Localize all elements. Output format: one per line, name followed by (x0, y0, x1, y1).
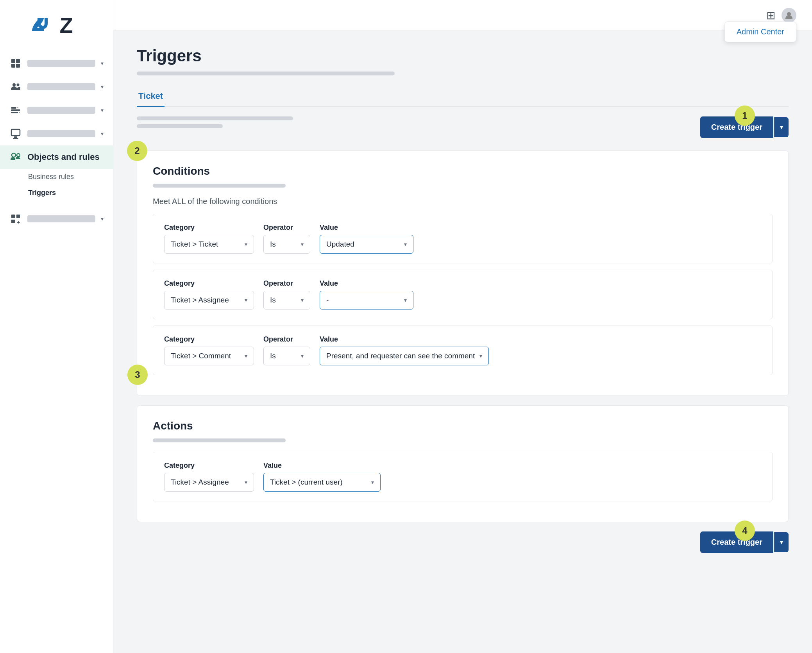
svg-point-5 (13, 83, 16, 86)
condition-row-2-category-select[interactable]: Ticket > Assignee ▾ (164, 291, 254, 310)
chevron-down-icon: ▾ (479, 353, 482, 359)
condition-row-1-value-select[interactable]: Updated ▾ (320, 235, 413, 254)
condition-row-1-category-group: Category Ticket > Ticket ▾ (164, 224, 254, 254)
header: ⊞ Admin Center (113, 0, 812, 31)
chevron-down-icon: ▾ (245, 241, 247, 247)
conditions-bar (153, 184, 286, 188)
condition-row-1-operator-label: Operator (263, 224, 310, 232)
create-trigger-dropdown-button[interactable]: ▾ (774, 117, 789, 137)
zendesk-logo: Z (28, 15, 84, 36)
chevron-down-icon: ▾ (371, 479, 374, 485)
svg-rect-17 (11, 215, 15, 218)
sidebar-item-apps[interactable]: ▾ (0, 207, 113, 231)
condition-row-1-value-group: Value Updated ▾ (320, 224, 413, 254)
sidebar-item-objects-rules[interactable]: Objects and rules (0, 145, 113, 169)
logo-container: Z (0, 8, 113, 48)
chevron-down-icon: ▾ (404, 297, 407, 303)
action-row-1-category-select[interactable]: Ticket > Assignee ▾ (164, 473, 254, 492)
condition-row-3-category-select[interactable]: Ticket > Comment ▾ (164, 347, 254, 365)
bottom-create-trigger-wrapper: 4 Create trigger ▾ (700, 531, 789, 553)
condition-row-3-category-group: Category Ticket > Comment ▾ (164, 335, 254, 365)
condition-row-1-category-select[interactable]: Ticket > Ticket ▾ (164, 235, 254, 254)
condition-row-2-value-select[interactable]: - ▾ (320, 291, 413, 310)
actions-title: Actions (153, 420, 773, 432)
action-row-1-value-group: Value Ticket > (current user) ▾ (263, 462, 381, 492)
content-area: Triggers Ticket 1 Create trigger ▾ (113, 31, 812, 653)
condition-row-3-category-label: Category (164, 335, 254, 343)
workspace-icon (9, 127, 22, 140)
condition-row-1-value-label: Value (320, 224, 413, 232)
sidebar-item-routing[interactable]: ▾ (0, 98, 113, 122)
chevron-down-icon: ▾ (301, 241, 304, 247)
meet-all-text: Meet ALL of the following conditions (153, 197, 773, 206)
chevron-down-icon: ▾ (101, 216, 104, 222)
svg-point-15 (12, 153, 16, 157)
svg-rect-9 (11, 112, 18, 113)
conditions-title: Conditions (153, 165, 773, 177)
admin-center-dropdown[interactable]: Admin Center (724, 21, 796, 42)
condition-row-2-category-label: Category (164, 279, 254, 288)
routing-icon (9, 104, 22, 116)
svg-rect-2 (16, 59, 20, 63)
condition-row-2-value-label: Value (320, 279, 413, 288)
sidebar-item-workspace-label (27, 130, 95, 137)
svg-rect-13 (14, 136, 17, 138)
condition-row-1-operator-select[interactable]: Is ▾ (263, 235, 310, 254)
user-avatar[interactable] (782, 8, 796, 23)
sidebar-item-home-label (27, 60, 95, 67)
condition-row-3-value-select[interactable]: Present, and requester can see the comme… (320, 347, 489, 365)
grid-icon[interactable]: ⊞ (766, 9, 775, 22)
svg-rect-3 (11, 64, 15, 68)
chevron-down-icon: ▾ (404, 241, 407, 247)
condition-row-1-fields: Category Ticket > Ticket ▾ Operator Is ▾ (164, 224, 761, 254)
condition-row-2-operator-select[interactable]: Is ▾ (263, 291, 310, 310)
sub-menu-item-triggers[interactable]: Triggers (28, 185, 113, 201)
toolbar-bar-2 (137, 124, 223, 128)
condition-row-3-operator-group: Operator Is ▾ (263, 335, 310, 365)
condition-row-1: Category Ticket > Ticket ▾ Operator Is ▾ (153, 214, 773, 263)
condition-row-3-fields: Category Ticket > Comment ▾ Operator Is … (164, 335, 761, 365)
chevron-down-icon: ▾ (101, 107, 104, 113)
actions-bar (153, 438, 286, 442)
sidebar-item-users-label (27, 83, 95, 90)
svg-text:Z: Z (59, 15, 72, 34)
action-row-1-fields: Category Ticket > Assignee ▾ Value Ticke… (164, 462, 761, 492)
sidebar-item-users[interactable]: ▾ (0, 75, 113, 98)
action-row-1-category-group: Category Ticket > Assignee ▾ (164, 462, 254, 492)
bottom-create-trigger-dropdown-button[interactable]: ▾ (774, 532, 789, 552)
tabs-container: Ticket (137, 86, 789, 107)
condition-row-2-category-group: Category Ticket > Assignee ▾ (164, 279, 254, 310)
chevron-down-icon: ▾ (101, 84, 104, 90)
users-icon (9, 81, 22, 93)
tab-ticket[interactable]: Ticket (137, 86, 165, 107)
objects-rules-icon (9, 151, 22, 163)
step-1-badge: 1 (735, 106, 755, 126)
toolbar-left (137, 116, 700, 128)
toolbar-bar-1 (137, 116, 293, 120)
chevron-down-icon: ▾ (101, 131, 104, 137)
action-row-1-value-select[interactable]: Ticket > (current user) ▾ (263, 473, 381, 492)
condition-row-3-operator-select[interactable]: Is ▾ (263, 347, 310, 365)
sub-menu-item-business-rules[interactable]: Business rules (28, 169, 113, 185)
svg-rect-4 (16, 64, 20, 68)
svg-marker-10 (17, 107, 19, 108)
condition-row-2: Category Ticket > Assignee ▾ Operator Is… (153, 270, 773, 319)
action-row-1-category-label: Category (164, 462, 254, 470)
action-row-1: Category Ticket > Assignee ▾ Value Ticke… (153, 452, 773, 501)
sub-menu-objects-rules: Business rules Triggers (0, 169, 113, 201)
page-title: Triggers (137, 47, 789, 65)
conditions-section: 2 Conditions Meet ALL of the following c… (137, 150, 789, 396)
condition-row-1-operator-group: Operator Is ▾ (263, 224, 310, 254)
svg-rect-19 (11, 220, 15, 223)
toolbar: 1 Create trigger ▾ (137, 116, 789, 138)
condition-row-2-operator-group: Operator Is ▾ (263, 279, 310, 310)
sidebar-item-home[interactable]: ▾ (0, 52, 113, 75)
chevron-down-icon: ▾ (245, 479, 247, 485)
home-icon (9, 57, 22, 70)
svg-rect-21 (17, 222, 20, 223)
svg-rect-14 (13, 138, 18, 139)
bottom-toolbar: 4 Create trigger ▾ (137, 531, 789, 553)
condition-row-2-value-group: Value - ▾ (320, 279, 413, 310)
sidebar-item-workspace[interactable]: ▾ (0, 122, 113, 145)
condition-row-2-fields: Category Ticket > Assignee ▾ Operator Is… (164, 279, 761, 310)
